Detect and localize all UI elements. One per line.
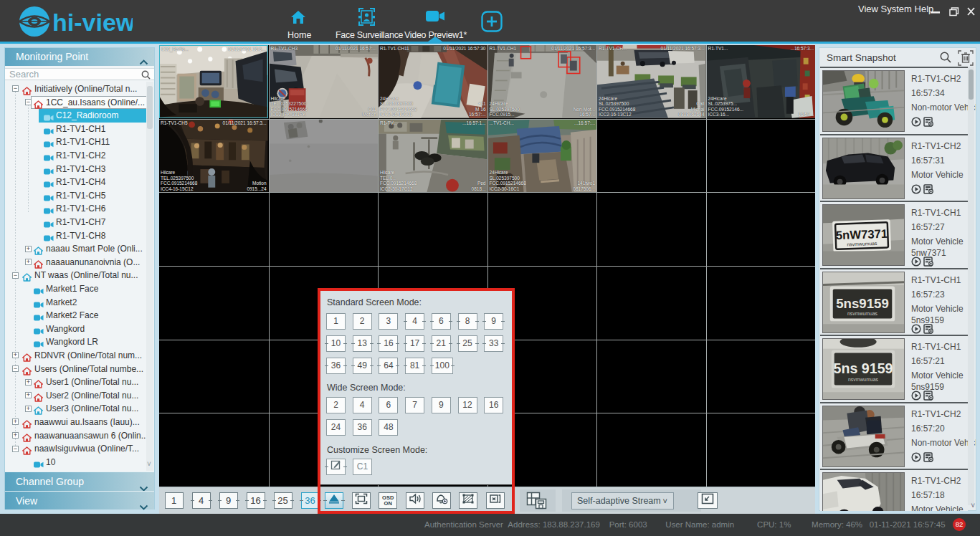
svg-text:hi-view: hi-view — [52, 9, 133, 36]
svg-text:5ns9159: 5ns9159 — [836, 295, 889, 310]
svg-text:5nW7371: 5nW7371 — [835, 227, 888, 242]
svg-text:5ns 9159: 5ns 9159 — [834, 360, 893, 376]
svg-text:nsvmwumuas: nsvmwumuas — [847, 241, 877, 247]
svg-text:nsvmwumuas: nsvmwumuas — [848, 377, 879, 382]
svg-text:nsvmwumuas: nsvmwumuas — [847, 310, 878, 315]
